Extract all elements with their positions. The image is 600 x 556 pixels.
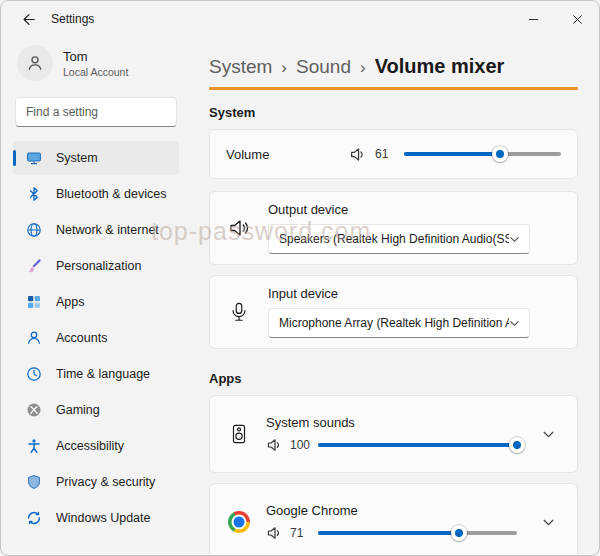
sidebar-item-privacy-security[interactable]: Privacy & security	[13, 465, 179, 499]
sidebar-item-system[interactable]: System	[13, 141, 179, 175]
output-device-value: Speakers (Realtek High Definition Audio(…	[279, 232, 509, 246]
breadcrumb-sound[interactable]: Sound	[296, 56, 351, 78]
sidebar-item-windows-update[interactable]: Windows Update	[13, 501, 179, 535]
close-icon	[572, 14, 583, 25]
output-device-select[interactable]: Speakers (Realtek High Definition Audio(…	[268, 224, 530, 254]
expand-system-sounds-button[interactable]	[531, 417, 565, 451]
titlebar: Settings	[1, 1, 599, 37]
avatar	[17, 45, 53, 81]
microphone-icon	[228, 301, 250, 323]
chevron-down-icon	[509, 318, 520, 329]
shield-icon	[26, 474, 42, 490]
minimize-icon	[528, 14, 539, 25]
slider-thumb[interactable]	[492, 146, 508, 162]
system-sounds-slider[interactable]	[318, 436, 517, 454]
sidebar-item-accounts[interactable]: Accounts	[13, 321, 179, 355]
system-sounds-icon	[228, 423, 250, 445]
slider-thumb[interactable]	[509, 437, 525, 453]
sidebar-item-label: System	[56, 151, 98, 165]
sidebar-item-accessibility[interactable]: Accessibility	[13, 429, 179, 463]
sidebar-item-time-language[interactable]: Time & language	[13, 357, 179, 391]
google-chrome-icon	[228, 511, 250, 533]
slider-fill	[404, 152, 500, 156]
account-type: Local Account	[63, 66, 128, 78]
search-box[interactable]	[15, 97, 177, 127]
app-card-system-sounds: System sounds 100	[209, 395, 578, 473]
sidebar-item-bluetooth-devices[interactable]: Bluetooth & devices	[13, 177, 179, 211]
settings-window: { "window": { "title": "Settings" }, "us…	[0, 0, 600, 556]
output-speaker-icon	[227, 216, 251, 240]
main-content: System › Sound › Volume mixer System Vol…	[191, 37, 599, 556]
window-title: Settings	[51, 12, 94, 26]
app-card-google-chrome: Google Chrome 71	[209, 483, 578, 556]
sidebar: Tom Local Account System Bluetooth & dev…	[1, 37, 191, 556]
app-volume-value: 71	[290, 526, 310, 540]
breadcrumb-separator: ›	[281, 58, 287, 78]
personalization-brush-icon	[26, 258, 42, 274]
speaker-icon	[349, 146, 366, 163]
chevron-down-icon	[509, 234, 520, 245]
search-input[interactable]	[26, 105, 181, 119]
clock-icon	[26, 366, 42, 382]
user-name: Tom	[63, 49, 128, 64]
volume-card: Volume 61	[209, 129, 578, 179]
sidebar-item-apps[interactable]: Apps	[13, 285, 179, 319]
accounts-person-icon	[26, 330, 42, 346]
sidebar-item-label: Time & language	[56, 367, 150, 381]
network-globe-icon	[26, 222, 42, 238]
breadcrumb-system[interactable]: System	[209, 56, 272, 78]
accessibility-icon	[26, 438, 42, 454]
back-arrow-icon	[21, 12, 36, 27]
close-button[interactable]	[555, 2, 599, 36]
user-profile[interactable]: Tom Local Account	[17, 45, 177, 81]
expand-google-chrome-button[interactable]	[531, 505, 565, 539]
sidebar-item-network-internet[interactable]: Network & internet	[13, 213, 179, 247]
breadcrumb-separator: ›	[360, 58, 366, 78]
xbox-icon	[26, 402, 42, 418]
sidebar-item-label: Network & internet	[56, 223, 159, 237]
sidebar-nav: System Bluetooth & devices Network & int…	[1, 141, 191, 535]
volume-slider[interactable]	[404, 145, 561, 163]
slider-thumb[interactable]	[451, 525, 467, 541]
chevron-down-icon	[542, 516, 555, 529]
breadcrumb-underline	[209, 87, 578, 90]
speaker-icon	[266, 525, 282, 541]
speaker-icon	[266, 437, 282, 453]
input-device-select[interactable]: Microphone Array (Realtek High Definitio…	[268, 308, 530, 338]
section-title-apps: Apps	[209, 371, 578, 386]
app-volume-value: 100	[290, 438, 310, 452]
output-device-card: Output device Speakers (Realtek High Def…	[209, 191, 578, 265]
selected-indicator	[13, 150, 16, 166]
sidebar-item-label: Accounts	[56, 331, 107, 345]
bluetooth-icon	[26, 186, 42, 202]
sidebar-item-personalization[interactable]: Personalization	[13, 249, 179, 283]
apps-grid-icon	[26, 294, 42, 310]
page-title: Volume mixer	[375, 55, 505, 78]
volume-label: Volume	[226, 147, 269, 162]
input-device-value: Microphone Array (Realtek High Definitio…	[279, 316, 509, 330]
input-device-card: Input device Microphone Array (Realtek H…	[209, 275, 578, 349]
app-name: Google Chrome	[266, 503, 517, 518]
person-icon	[26, 54, 44, 72]
volume-value: 61	[375, 147, 395, 161]
sidebar-item-label: Bluetooth & devices	[56, 187, 167, 201]
slider-fill	[318, 443, 517, 447]
sidebar-item-label: Accessibility	[56, 439, 124, 453]
chevron-down-icon	[542, 428, 555, 441]
app-name: System sounds	[266, 415, 517, 430]
breadcrumb: System › Sound › Volume mixer	[209, 55, 578, 78]
sidebar-item-label: Personalization	[56, 259, 141, 273]
system-icon	[26, 150, 42, 166]
sidebar-item-label: Gaming	[56, 403, 100, 417]
minimize-button[interactable]	[511, 2, 555, 36]
google-chrome-slider[interactable]	[318, 524, 517, 542]
back-button[interactable]	[11, 3, 45, 35]
sidebar-item-label: Windows Update	[56, 511, 151, 525]
sidebar-item-label: Privacy & security	[56, 475, 155, 489]
input-device-label: Input device	[268, 286, 530, 301]
sidebar-item-label: Apps	[56, 295, 85, 309]
output-device-label: Output device	[268, 202, 530, 217]
slider-fill	[318, 531, 459, 535]
sidebar-item-gaming[interactable]: Gaming	[13, 393, 179, 427]
section-title-system: System	[209, 105, 578, 120]
